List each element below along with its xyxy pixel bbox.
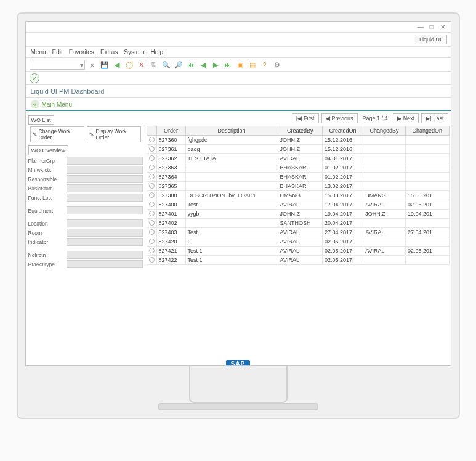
find-next-icon[interactable]: 🔎 xyxy=(174,60,184,70)
row-selector[interactable] xyxy=(149,229,155,235)
row-selector[interactable] xyxy=(149,137,155,142)
menu-item-help[interactable]: Help xyxy=(151,49,164,55)
cell xyxy=(185,219,278,228)
table-row[interactable]: 827422Test 1AVIRAL02.05.2017 xyxy=(147,256,449,265)
row-selector[interactable] xyxy=(149,239,155,244)
cell: AVIRAL xyxy=(363,247,406,256)
table-row[interactable]: 827401yygbJOHN.Z19.04.2017JOHN.Z19.04.20… xyxy=(147,210,449,219)
table-row[interactable]: 827360fghgpdcJOHN.Z15.12.2016 xyxy=(147,136,449,145)
monitor-stand xyxy=(189,366,288,403)
column-header[interactable]: CreatedBy xyxy=(278,126,322,136)
menu-item-edit[interactable]: Edit xyxy=(52,49,63,55)
back-icon[interactable]: ◀ xyxy=(112,60,122,70)
menu-item-extras[interactable]: Extras xyxy=(100,49,118,55)
column-header[interactable]: ChangedOn xyxy=(405,126,449,136)
table-row[interactable]: 827403TestAVIRAL27.04.2017AVIRAL27.04.20… xyxy=(147,228,449,237)
next-page-icon[interactable]: ▶ xyxy=(211,60,220,70)
find-icon[interactable]: 🔍 xyxy=(161,60,171,70)
cell xyxy=(405,256,449,265)
column-header[interactable]: Order xyxy=(156,126,185,136)
prev-page-icon[interactable]: ◀ xyxy=(198,60,208,70)
field-input[interactable] xyxy=(67,184,143,192)
maximize-icon[interactable]: □ xyxy=(427,23,436,31)
table-row[interactable]: 827365BHASKAR13.02.2017 xyxy=(147,182,449,191)
row-selector[interactable] xyxy=(149,165,155,170)
history-icon[interactable]: « xyxy=(87,60,97,70)
field-input[interactable] xyxy=(67,206,143,214)
shortcut-icon[interactable]: ▤ xyxy=(248,60,257,70)
row-selector[interactable] xyxy=(149,248,155,253)
cell: yygb xyxy=(185,210,278,219)
row-selector[interactable] xyxy=(149,192,155,198)
cell xyxy=(185,173,278,182)
display-work-order-button[interactable]: ✎Display Work Order xyxy=(87,126,140,142)
cancel-icon[interactable]: ✕ xyxy=(137,60,147,70)
next-button[interactable]: ▶ Next xyxy=(393,113,419,123)
row-selector[interactable] xyxy=(149,202,155,207)
table-row[interactable]: 827380DESCRITPION+by+LOAD1UMANG15.03.201… xyxy=(147,191,449,200)
field-input[interactable] xyxy=(67,260,143,268)
last-button[interactable]: ▶| Last xyxy=(421,113,448,123)
previous-button[interactable]: ◀ Previous xyxy=(321,113,358,123)
cell: 19.04.2017 xyxy=(323,210,363,219)
cell: BHASKAR xyxy=(278,163,322,173)
change-work-order-button[interactable]: ✎Change Work Order xyxy=(30,126,85,142)
field-input[interactable] xyxy=(67,238,143,246)
first-page-icon[interactable]: ⏮ xyxy=(186,60,196,70)
row-selector[interactable] xyxy=(149,220,155,226)
menu-item-system[interactable]: System xyxy=(124,49,144,55)
print-icon[interactable]: 🖶 xyxy=(149,60,159,70)
row-selector[interactable] xyxy=(149,211,155,216)
last-page-icon[interactable]: ⏭ xyxy=(223,60,233,70)
row-selector[interactable] xyxy=(149,257,155,263)
table-row[interactable]: 827421Test 1AVIRAL02.05.2017AVIRAL02.05.… xyxy=(147,247,449,256)
pencil-icon: ✎ xyxy=(33,131,38,137)
cell xyxy=(405,136,449,145)
field-input[interactable] xyxy=(67,219,143,227)
table-row[interactable]: 827362TEST TATAAVIRAL04.01.2017 xyxy=(147,154,449,163)
column-header[interactable] xyxy=(147,126,156,136)
table-row[interactable]: 827363BHASKAR01.02.2017 xyxy=(147,163,449,173)
menu-item-menu[interactable]: Menu xyxy=(31,49,46,55)
cell xyxy=(363,163,406,173)
field-input[interactable] xyxy=(67,175,143,183)
field-input[interactable] xyxy=(67,251,143,259)
main-menu-link[interactable]: « Main Menu xyxy=(26,98,451,111)
save-icon[interactable]: 💾 xyxy=(100,60,110,70)
arrow-left-icon: « xyxy=(31,100,39,108)
row-selector[interactable] xyxy=(149,155,155,161)
monitor-foot xyxy=(158,403,318,410)
menu-item-favorites[interactable]: Favorites xyxy=(69,49,94,55)
cell: 02.05.201 xyxy=(405,200,449,210)
ok-icon[interactable]: ✔ xyxy=(30,73,39,83)
settings-icon[interactable]: ⚙ xyxy=(272,60,282,70)
cell: 13.02.2017 xyxy=(323,182,363,191)
field-input[interactable] xyxy=(67,194,143,202)
table-row[interactable]: 827400TestAVIRAL17.04.2017AVIRAL02.05.20… xyxy=(147,200,449,210)
column-header[interactable]: Description xyxy=(185,126,278,136)
close-icon[interactable]: ✕ xyxy=(438,23,447,31)
row-selector[interactable] xyxy=(149,174,155,179)
tab-wo-list[interactable]: WO List xyxy=(28,115,54,125)
column-header[interactable]: CreatedOn xyxy=(323,126,363,136)
column-header[interactable]: ChangedBy xyxy=(363,126,406,136)
cell xyxy=(363,154,406,163)
command-field[interactable]: ▾ xyxy=(30,60,85,70)
tab-wo-overview[interactable]: WO Overview xyxy=(28,145,69,155)
row-selector[interactable] xyxy=(149,146,155,152)
table-row[interactable]: 827361gaogJOHN.Z15.12.2016 xyxy=(147,145,449,154)
help-icon[interactable]: ? xyxy=(260,60,270,70)
field-input[interactable] xyxy=(67,166,143,174)
new-session-icon[interactable]: ▣ xyxy=(235,60,245,70)
cell: TEST TATA xyxy=(185,154,278,163)
table-row[interactable]: 827420IAVIRAL02.05.2017 xyxy=(147,237,449,247)
liquid-ui-button[interactable]: Liquid UI xyxy=(414,35,447,44)
row-selector[interactable] xyxy=(149,183,155,189)
minimize-icon[interactable]: — xyxy=(416,23,425,31)
field-input[interactable] xyxy=(67,229,143,237)
table-row[interactable]: 827364BHASKAR01.02.2017 xyxy=(147,173,449,182)
first-button[interactable]: |◀ First xyxy=(292,113,319,123)
exit-icon[interactable]: ◯ xyxy=(124,60,134,70)
field-input[interactable] xyxy=(67,157,143,165)
table-row[interactable]: 827402SANTHOSH20.04.2017 xyxy=(147,219,449,228)
